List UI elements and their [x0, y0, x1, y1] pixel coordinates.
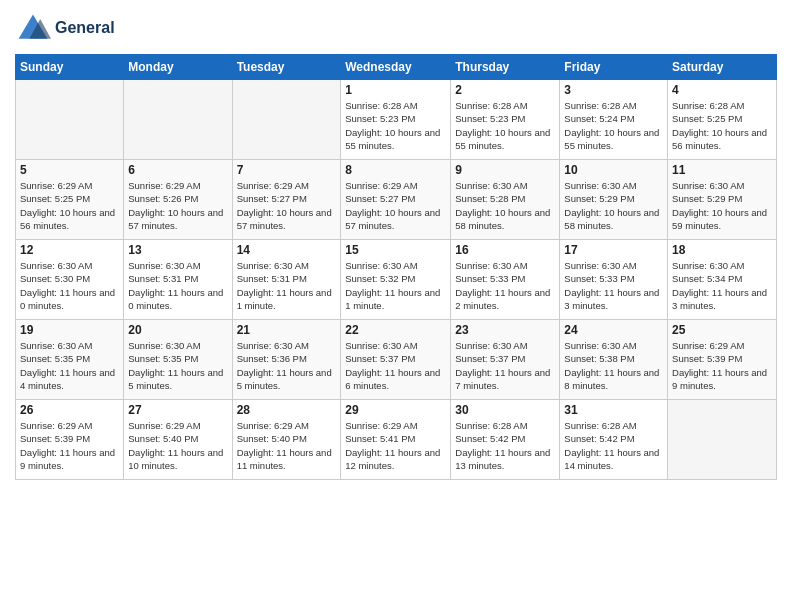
day-number: 18: [672, 243, 772, 257]
day-info: Sunrise: 6:30 AMSunset: 5:38 PMDaylight:…: [564, 339, 663, 392]
weekday-header-monday: Monday: [124, 55, 232, 80]
day-info: Sunrise: 6:30 AMSunset: 5:31 PMDaylight:…: [237, 259, 337, 312]
day-number: 16: [455, 243, 555, 257]
day-info: Sunrise: 6:30 AMSunset: 5:37 PMDaylight:…: [455, 339, 555, 392]
week-row-1: 1Sunrise: 6:28 AMSunset: 5:23 PMDaylight…: [16, 80, 777, 160]
calendar-cell: 15Sunrise: 6:30 AMSunset: 5:32 PMDayligh…: [341, 240, 451, 320]
weekday-header-row: SundayMondayTuesdayWednesdayThursdayFrid…: [16, 55, 777, 80]
day-info: Sunrise: 6:29 AMSunset: 5:27 PMDaylight:…: [345, 179, 446, 232]
calendar-cell: 21Sunrise: 6:30 AMSunset: 5:36 PMDayligh…: [232, 320, 341, 400]
page-container: General SundayMondayTuesdayWednesdayThur…: [0, 0, 792, 490]
day-info: Sunrise: 6:28 AMSunset: 5:42 PMDaylight:…: [564, 419, 663, 472]
day-info: Sunrise: 6:28 AMSunset: 5:42 PMDaylight:…: [455, 419, 555, 472]
day-info: Sunrise: 6:29 AMSunset: 5:39 PMDaylight:…: [672, 339, 772, 392]
calendar-cell: 18Sunrise: 6:30 AMSunset: 5:34 PMDayligh…: [668, 240, 777, 320]
week-row-3: 12Sunrise: 6:30 AMSunset: 5:30 PMDayligh…: [16, 240, 777, 320]
calendar-cell: 7Sunrise: 6:29 AMSunset: 5:27 PMDaylight…: [232, 160, 341, 240]
day-info: Sunrise: 6:29 AMSunset: 5:40 PMDaylight:…: [128, 419, 227, 472]
calendar-cell: 1Sunrise: 6:28 AMSunset: 5:23 PMDaylight…: [341, 80, 451, 160]
day-number: 7: [237, 163, 337, 177]
calendar-cell: 6Sunrise: 6:29 AMSunset: 5:26 PMDaylight…: [124, 160, 232, 240]
weekday-header-wednesday: Wednesday: [341, 55, 451, 80]
day-info: Sunrise: 6:30 AMSunset: 5:34 PMDaylight:…: [672, 259, 772, 312]
calendar-cell: [124, 80, 232, 160]
calendar-table: SundayMondayTuesdayWednesdayThursdayFrid…: [15, 54, 777, 480]
day-info: Sunrise: 6:30 AMSunset: 5:33 PMDaylight:…: [564, 259, 663, 312]
calendar-cell: 16Sunrise: 6:30 AMSunset: 5:33 PMDayligh…: [451, 240, 560, 320]
weekday-header-friday: Friday: [560, 55, 668, 80]
day-info: Sunrise: 6:28 AMSunset: 5:23 PMDaylight:…: [345, 99, 446, 152]
day-number: 28: [237, 403, 337, 417]
day-number: 29: [345, 403, 446, 417]
calendar-cell: 25Sunrise: 6:29 AMSunset: 5:39 PMDayligh…: [668, 320, 777, 400]
calendar-cell: 4Sunrise: 6:28 AMSunset: 5:25 PMDaylight…: [668, 80, 777, 160]
day-info: Sunrise: 6:30 AMSunset: 5:37 PMDaylight:…: [345, 339, 446, 392]
calendar-cell: 26Sunrise: 6:29 AMSunset: 5:39 PMDayligh…: [16, 400, 124, 480]
calendar-cell: 20Sunrise: 6:30 AMSunset: 5:35 PMDayligh…: [124, 320, 232, 400]
day-info: Sunrise: 6:29 AMSunset: 5:39 PMDaylight:…: [20, 419, 119, 472]
day-number: 6: [128, 163, 227, 177]
weekday-header-tuesday: Tuesday: [232, 55, 341, 80]
calendar-cell: 9Sunrise: 6:30 AMSunset: 5:28 PMDaylight…: [451, 160, 560, 240]
day-info: Sunrise: 6:28 AMSunset: 5:25 PMDaylight:…: [672, 99, 772, 152]
calendar-cell: 24Sunrise: 6:30 AMSunset: 5:38 PMDayligh…: [560, 320, 668, 400]
calendar-cell: [16, 80, 124, 160]
day-number: 2: [455, 83, 555, 97]
calendar-cell: 8Sunrise: 6:29 AMSunset: 5:27 PMDaylight…: [341, 160, 451, 240]
calendar-cell: 5Sunrise: 6:29 AMSunset: 5:25 PMDaylight…: [16, 160, 124, 240]
logo-text: General: [55, 18, 115, 37]
calendar-cell: 13Sunrise: 6:30 AMSunset: 5:31 PMDayligh…: [124, 240, 232, 320]
calendar-cell: 14Sunrise: 6:30 AMSunset: 5:31 PMDayligh…: [232, 240, 341, 320]
day-number: 1: [345, 83, 446, 97]
day-number: 8: [345, 163, 446, 177]
day-info: Sunrise: 6:30 AMSunset: 5:31 PMDaylight:…: [128, 259, 227, 312]
day-number: 4: [672, 83, 772, 97]
day-number: 14: [237, 243, 337, 257]
day-info: Sunrise: 6:29 AMSunset: 5:41 PMDaylight:…: [345, 419, 446, 472]
day-number: 27: [128, 403, 227, 417]
day-info: Sunrise: 6:29 AMSunset: 5:26 PMDaylight:…: [128, 179, 227, 232]
day-number: 3: [564, 83, 663, 97]
calendar-cell: [668, 400, 777, 480]
calendar-cell: 12Sunrise: 6:30 AMSunset: 5:30 PMDayligh…: [16, 240, 124, 320]
calendar-cell: 17Sunrise: 6:30 AMSunset: 5:33 PMDayligh…: [560, 240, 668, 320]
day-number: 26: [20, 403, 119, 417]
calendar-cell: 30Sunrise: 6:28 AMSunset: 5:42 PMDayligh…: [451, 400, 560, 480]
day-number: 21: [237, 323, 337, 337]
day-info: Sunrise: 6:30 AMSunset: 5:32 PMDaylight:…: [345, 259, 446, 312]
day-number: 25: [672, 323, 772, 337]
week-row-5: 26Sunrise: 6:29 AMSunset: 5:39 PMDayligh…: [16, 400, 777, 480]
day-number: 24: [564, 323, 663, 337]
day-info: Sunrise: 6:30 AMSunset: 5:36 PMDaylight:…: [237, 339, 337, 392]
page-header: General: [15, 10, 777, 46]
week-row-2: 5Sunrise: 6:29 AMSunset: 5:25 PMDaylight…: [16, 160, 777, 240]
day-number: 9: [455, 163, 555, 177]
day-number: 19: [20, 323, 119, 337]
calendar-cell: 29Sunrise: 6:29 AMSunset: 5:41 PMDayligh…: [341, 400, 451, 480]
calendar-cell: 11Sunrise: 6:30 AMSunset: 5:29 PMDayligh…: [668, 160, 777, 240]
calendar-cell: 19Sunrise: 6:30 AMSunset: 5:35 PMDayligh…: [16, 320, 124, 400]
day-info: Sunrise: 6:30 AMSunset: 5:33 PMDaylight:…: [455, 259, 555, 312]
weekday-header-saturday: Saturday: [668, 55, 777, 80]
day-number: 17: [564, 243, 663, 257]
day-info: Sunrise: 6:30 AMSunset: 5:29 PMDaylight:…: [564, 179, 663, 232]
day-number: 20: [128, 323, 227, 337]
week-row-4: 19Sunrise: 6:30 AMSunset: 5:35 PMDayligh…: [16, 320, 777, 400]
day-number: 31: [564, 403, 663, 417]
day-info: Sunrise: 6:30 AMSunset: 5:28 PMDaylight:…: [455, 179, 555, 232]
calendar-cell: 22Sunrise: 6:30 AMSunset: 5:37 PMDayligh…: [341, 320, 451, 400]
calendar-cell: 10Sunrise: 6:30 AMSunset: 5:29 PMDayligh…: [560, 160, 668, 240]
calendar-cell: 2Sunrise: 6:28 AMSunset: 5:23 PMDaylight…: [451, 80, 560, 160]
calendar-cell: 28Sunrise: 6:29 AMSunset: 5:40 PMDayligh…: [232, 400, 341, 480]
day-number: 15: [345, 243, 446, 257]
day-number: 10: [564, 163, 663, 177]
day-number: 5: [20, 163, 119, 177]
day-info: Sunrise: 6:29 AMSunset: 5:40 PMDaylight:…: [237, 419, 337, 472]
logo: General: [15, 10, 115, 46]
day-info: Sunrise: 6:30 AMSunset: 5:30 PMDaylight:…: [20, 259, 119, 312]
day-number: 12: [20, 243, 119, 257]
day-number: 22: [345, 323, 446, 337]
day-number: 30: [455, 403, 555, 417]
day-info: Sunrise: 6:28 AMSunset: 5:24 PMDaylight:…: [564, 99, 663, 152]
weekday-header-thursday: Thursday: [451, 55, 560, 80]
